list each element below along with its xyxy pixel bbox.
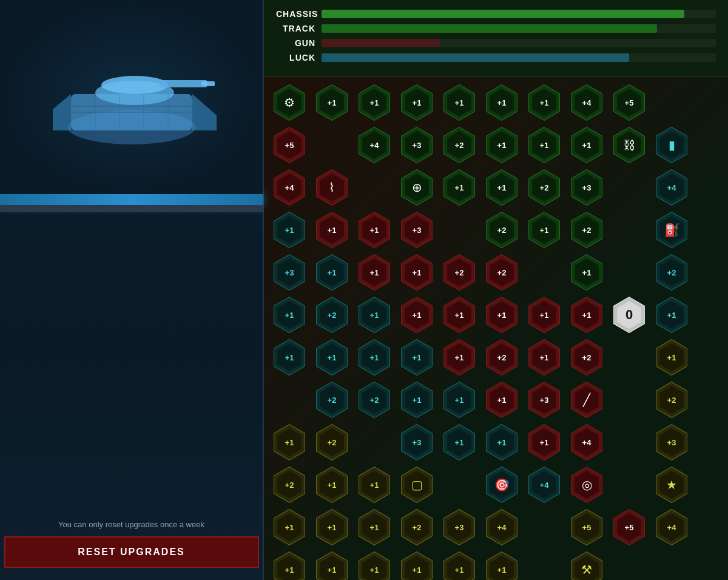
- hex-cell-0-3[interactable]: +1: [397, 83, 436, 122]
- hex-cell-5-0[interactable]: +1: [397, 295, 436, 334]
- hex-cell-8-3[interactable]: +3: [652, 423, 691, 462]
- hex-cell-6-7[interactable]: +2: [312, 380, 351, 419]
- hex-cell-0-4[interactable]: +1: [440, 83, 479, 122]
- hex-cell-8-7[interactable]: ▢: [397, 465, 436, 504]
- hex-cell-8-10[interactable]: +4: [525, 465, 564, 504]
- hex-cell-3-4[interactable]: +2: [482, 211, 521, 249]
- hex-cell-10-0[interactable]: +5: [610, 508, 649, 547]
- hex-cell-6-1[interactable]: +2: [482, 338, 521, 377]
- hex-cell-0-2[interactable]: +1: [355, 83, 394, 122]
- hex-cell-1-0[interactable]: +5: [270, 126, 309, 164]
- hex-cell-1-3[interactable]: +3: [397, 126, 436, 164]
- hex-cell-8-9[interactable]: 🎯: [482, 465, 521, 504]
- hex-cell-7-9[interactable]: +1: [440, 423, 479, 462]
- hex-cell-6-5[interactable]: +1: [652, 338, 691, 377]
- hex-cell-9-6[interactable]: +2: [397, 508, 436, 547]
- hex-cell-4-10[interactable]: +1: [355, 295, 394, 334]
- hex-cell-7-2[interactable]: ╱: [567, 380, 606, 419]
- hex-cell-3-5[interactable]: +1: [525, 211, 564, 249]
- hex-cell-2-10[interactable]: +1: [270, 211, 309, 249]
- hex-cell-4-2[interactable]: +2: [440, 253, 479, 292]
- hex-cell-5-7[interactable]: +1: [270, 338, 309, 377]
- hex-cell-5-8[interactable]: +1: [312, 338, 351, 377]
- hex-cell-6-10[interactable]: +1: [440, 380, 479, 419]
- hex-cell-9-2[interactable]: ★: [652, 465, 691, 504]
- hex-cell-6-3[interactable]: +2: [567, 338, 606, 377]
- hex-cell-1-6[interactable]: +1: [525, 126, 564, 164]
- hex-cell-7-6[interactable]: +2: [312, 423, 351, 462]
- hex-cell-5-9[interactable]: +1: [355, 338, 394, 377]
- hex-cell-2-5[interactable]: +1: [482, 168, 521, 207]
- hex-cell-1-2[interactable]: +4: [355, 126, 394, 164]
- hex-cell-2-0[interactable]: +4: [270, 168, 309, 207]
- hex-cell-4-0[interactable]: +1: [355, 253, 394, 292]
- hex-cell-8-0[interactable]: +1: [525, 423, 564, 462]
- hex-cell-9-3[interactable]: +1: [270, 508, 309, 547]
- hex-cell-5-10[interactable]: +1: [397, 338, 436, 377]
- hex-cell-1-7[interactable]: +1: [567, 126, 606, 164]
- hex-cell-6-9[interactable]: +1: [397, 380, 436, 419]
- hex-cell-9-4[interactable]: +1: [312, 508, 351, 547]
- hex-cell-4-7[interactable]: +2: [652, 253, 691, 292]
- hex-cell-2-1[interactable]: ⌇: [312, 168, 351, 207]
- hex-cell-0-8[interactable]: +5: [610, 83, 649, 122]
- hex-cell-10-6[interactable]: +1: [440, 550, 479, 580]
- hex-cell-2-4[interactable]: +1: [440, 168, 479, 207]
- hex-cell-7-5[interactable]: +1: [270, 423, 309, 462]
- hex-cell-0-6[interactable]: +1: [525, 83, 564, 122]
- hex-cell-7-1[interactable]: +3: [525, 380, 564, 419]
- hex-cell-0-0[interactable]: ⚙: [270, 83, 309, 122]
- hex-cell-10-3[interactable]: +1: [312, 550, 351, 580]
- hex-cell-9-0[interactable]: ◎: [567, 465, 606, 504]
- hex-cell-9-5[interactable]: +1: [355, 508, 394, 547]
- reset-upgrades-button[interactable]: RESET UPGRADES: [4, 536, 259, 568]
- hex-cell-1-8[interactable]: ⛓: [610, 126, 649, 164]
- hex-cell-3-0[interactable]: +1: [312, 211, 351, 249]
- hex-cell-0-5[interactable]: +1: [482, 83, 521, 122]
- hex-cell-1-9[interactable]: ▮: [652, 126, 691, 164]
- hex-cell-5-1[interactable]: +1: [440, 295, 479, 334]
- hex-cell-4-9[interactable]: +2: [312, 295, 351, 334]
- hex-cell-5-2[interactable]: +1: [482, 295, 521, 334]
- hex-cell-9-8[interactable]: +4: [482, 508, 521, 547]
- hex-cell-10-2[interactable]: +1: [270, 550, 309, 580]
- hex-cell-2-6[interactable]: +2: [525, 168, 564, 207]
- hex-cell-2-9[interactable]: +4: [652, 168, 691, 207]
- hex-cell-3-1[interactable]: +1: [355, 211, 394, 249]
- hex-cell-2-3[interactable]: ⊕: [397, 168, 436, 207]
- hex-cell-9-10[interactable]: +5: [567, 508, 606, 547]
- hex-cell-5-5[interactable]: 0: [610, 295, 649, 334]
- hex-cell-3-10[interactable]: +1: [312, 253, 351, 292]
- hex-cell-2-7[interactable]: +3: [567, 168, 606, 207]
- hex-cell-8-4[interactable]: +2: [270, 465, 309, 504]
- hex-cell-3-8[interactable]: ⛽: [652, 211, 691, 249]
- hex-cell-7-0[interactable]: +1: [482, 380, 521, 419]
- hex-cell-10-7[interactable]: +1: [482, 550, 521, 580]
- hex-cell-3-6[interactable]: +2: [567, 211, 606, 249]
- hex-cell-6-0[interactable]: +1: [440, 338, 479, 377]
- hex-cell-7-10[interactable]: +1: [482, 423, 521, 462]
- hex-cell-10-9[interactable]: ⚒: [567, 550, 606, 580]
- hex-cell-8-6[interactable]: +1: [355, 465, 394, 504]
- hex-cell-4-3[interactable]: +2: [482, 253, 521, 292]
- hex-cell-0-1[interactable]: +1: [312, 83, 351, 122]
- hex-cell-1-4[interactable]: +2: [440, 126, 479, 164]
- hex-cell-6-8[interactable]: +2: [355, 380, 394, 419]
- hex-cell-8-5[interactable]: +1: [312, 465, 351, 504]
- hex-cell-3-9[interactable]: +3: [270, 253, 309, 292]
- hex-cell-1-5[interactable]: +1: [482, 126, 521, 164]
- hex-cell-4-1[interactable]: +1: [397, 253, 436, 292]
- hex-cell-4-5[interactable]: +1: [567, 253, 606, 292]
- hex-cell-8-1[interactable]: +4: [567, 423, 606, 462]
- hex-cell-7-4[interactable]: +2: [652, 380, 691, 419]
- hex-cell-10-1[interactable]: +4: [652, 508, 691, 547]
- hex-cell-10-4[interactable]: +1: [355, 550, 394, 580]
- hex-cell-9-7[interactable]: +3: [440, 508, 479, 547]
- hex-cell-7-8[interactable]: +3: [397, 423, 436, 462]
- hex-cell-5-3[interactable]: +1: [525, 295, 564, 334]
- hex-cell-3-2[interactable]: +3: [397, 211, 436, 249]
- hex-cell-0-7[interactable]: +4: [567, 83, 606, 122]
- hex-cell-4-8[interactable]: +1: [270, 295, 309, 334]
- hex-cell-10-5[interactable]: +1: [397, 550, 436, 580]
- hex-cell-5-6[interactable]: +1: [652, 295, 691, 334]
